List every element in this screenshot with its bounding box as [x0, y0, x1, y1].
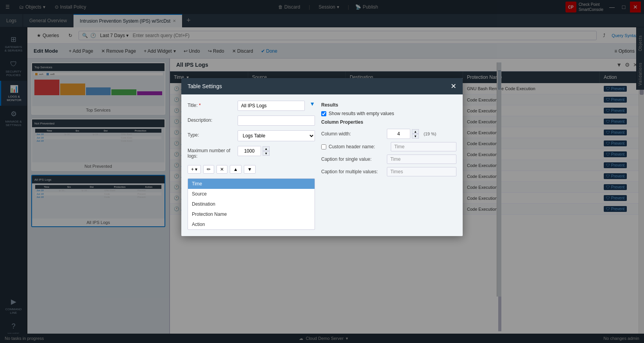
- multiple-value-row: Caption for multiple values:: [321, 167, 456, 176]
- single-value-input[interactable]: [387, 155, 456, 164]
- custom-header-checkbox[interactable]: [321, 144, 326, 149]
- delete-icon: ✕: [220, 167, 224, 172]
- column-width-row: Column width: ▲ ▼ (19 %): [321, 129, 456, 139]
- max-logs-input[interactable]: [238, 146, 261, 156]
- max-logs-row: Maximum number of logs: ▲ ▼: [188, 146, 315, 159]
- single-value-label: Caption for single value:: [321, 156, 384, 162]
- chevron-down-icon: ▼: [247, 167, 252, 172]
- modal-right-panel: Results Show results with empty values C…: [321, 101, 456, 230]
- spinner-buttons: ▲ ▼: [263, 146, 270, 156]
- add-column-button[interactable]: + ▾: [188, 165, 201, 174]
- modal-close-button[interactable]: ✕: [451, 82, 456, 91]
- col-width-up-button[interactable]: ▲: [412, 129, 419, 134]
- title-label: Title:: [188, 101, 234, 108]
- modal-body: Title: ▼ Description: Type: Logs Table E…: [181, 94, 463, 236]
- col-item-time[interactable]: Time: [188, 179, 315, 189]
- spinner-up-button[interactable]: ▲: [263, 146, 270, 151]
- spinner-down-button[interactable]: ▼: [263, 151, 270, 156]
- table-settings-modal: Table Settings ✕ Title: ▼ Description: T…: [181, 78, 463, 236]
- modal-title: Table Settings: [188, 83, 222, 89]
- filter-icon[interactable]: ▼: [309, 101, 315, 107]
- pencil-icon: ✏: [207, 167, 211, 172]
- chevron-up-icon: ▲: [233, 167, 238, 172]
- move-up-button[interactable]: ▲: [230, 165, 242, 174]
- type-select[interactable]: Logs Table Events Table Audit Table: [238, 130, 315, 141]
- results-section: Results Show results with empty values: [321, 102, 456, 116]
- multiple-value-label: Caption for multiple values:: [321, 169, 384, 174]
- col-width-down-button[interactable]: ▼: [412, 134, 419, 139]
- description-label: Description:: [188, 116, 234, 123]
- col-item-destination[interactable]: Destination: [188, 199, 315, 209]
- max-logs-label: Maximum number of logs:: [188, 146, 234, 159]
- add-chevron-icon: ▾: [195, 167, 197, 172]
- column-width-label: Column width:: [321, 131, 384, 137]
- custom-header-label: Custom header name:: [329, 144, 375, 149]
- show-empty-checkbox[interactable]: [321, 111, 326, 116]
- title-input[interactable]: [238, 101, 305, 111]
- type-label: Type:: [188, 130, 234, 138]
- modal-left-panel: Title: ▼ Description: Type: Logs Table E…: [188, 101, 315, 230]
- show-empty-row: Show results with empty values: [321, 111, 456, 116]
- single-value-row: Caption for single value:: [321, 155, 456, 164]
- description-row: Description:: [188, 116, 315, 126]
- custom-header-row: Custom header name:: [321, 142, 456, 151]
- column-width-pct: (19 %): [424, 132, 436, 136]
- modal-header: Table Settings ✕: [181, 78, 463, 94]
- type-row: Type: Logs Table Events Table Audit Tabl…: [188, 130, 315, 141]
- description-input[interactable]: [238, 116, 315, 126]
- edit-column-button[interactable]: ✏: [203, 165, 214, 174]
- show-empty-label: Show results with empty values: [329, 111, 394, 116]
- column-width-input[interactable]: [387, 129, 410, 139]
- spinner-buttons-2: ▲ ▼: [412, 129, 419, 139]
- max-logs-spinner: ▲ ▼: [238, 146, 270, 156]
- col-item-protection-name[interactable]: Protection Name: [188, 209, 315, 219]
- custom-header-input[interactable]: [391, 142, 456, 151]
- title-row: Title: ▼: [188, 101, 315, 111]
- results-title: Results: [321, 102, 456, 108]
- delete-column-button[interactable]: ✕: [216, 165, 227, 174]
- modal-overlay: Table Settings ✕ Title: ▼ Description: T…: [0, 0, 644, 343]
- col-item-source[interactable]: Source: [188, 189, 315, 199]
- multiple-value-input[interactable]: [387, 167, 456, 176]
- move-down-button[interactable]: ▼: [244, 165, 256, 174]
- column-props-title: Column Properties: [321, 119, 456, 125]
- col-item-action[interactable]: Action: [188, 219, 315, 229]
- column-width-spinner: ▲ ▼: [387, 129, 419, 139]
- column-toolbar: + ▾ ✏ ✕ ▲ ▼: [188, 164, 315, 175]
- column-list: Time Source Destination Protection Name …: [188, 178, 315, 230]
